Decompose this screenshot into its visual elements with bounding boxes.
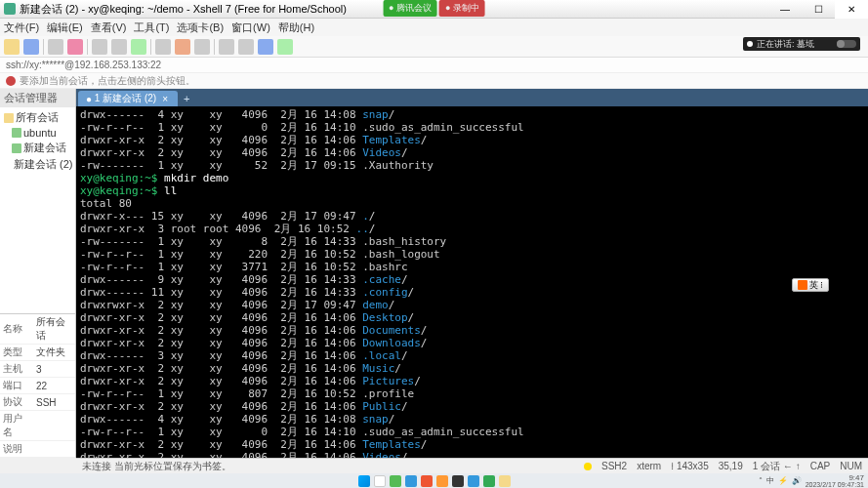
toolbar-key-icon[interactable] [238,39,254,55]
prop-name-label: 名称 [0,314,33,345]
windows-taskbar: ˄ 中 ⚡ 🔊 9:47 2023/2/17 09:47:31 [0,473,868,488]
toolbar-new-icon[interactable] [4,39,20,55]
speaker-label: 正在讲话: 墓坻 [757,38,814,51]
status-size: ⁞ 143x35 [671,461,709,471]
tree-root[interactable]: 所有会话 [2,109,73,126]
taskbar-app-icon[interactable] [452,475,464,487]
tray-time[interactable]: 9:47 [806,474,864,481]
toolbar [0,36,868,58]
prop-user-val [33,411,75,441]
terminal[interactable]: drwx------ 4 xy xy 4096 2月 16 14:08 snap… [76,106,868,458]
tree-root-label: 所有会话 [16,110,59,125]
toolbar-reconnect-icon[interactable] [48,39,63,55]
toolbar-help-icon[interactable] [277,39,293,55]
toolbar-copy-icon[interactable] [92,39,107,55]
window-title: 新建会话 (2) - xy@keqing: ~/demo - Xshell 7 … [20,2,347,17]
taskbar-app-icon[interactable] [390,475,401,487]
taskbar-app-icon[interactable] [483,475,495,487]
sidebar-title: 会话管理器 [0,89,75,107]
status-msg: 未连接 当前光标位置保存为书签。 [82,460,231,473]
toolbar-font-icon[interactable] [194,39,210,55]
minimize-button[interactable]: — [768,0,802,19]
hint-bar: 要添加当前会话，点击左侧的箭头按钮。 [0,73,868,89]
menu-file[interactable]: 文件(F) [4,20,39,35]
status-pos: 35,19 [719,461,743,471]
toolbar-properties-icon[interactable] [155,39,171,55]
search-icon[interactable] [374,475,386,487]
speaker-dot-icon [747,41,753,47]
taskbar-app-icon[interactable] [421,475,433,487]
toolbar-disconnect-icon[interactable] [67,39,83,55]
tray-vol-icon[interactable]: 🔊 [792,476,802,485]
taskbar-app-icon[interactable] [499,475,511,487]
tray-lang[interactable]: 中 [766,475,774,486]
ime-indicator[interactable]: 英 ⁝ [792,278,829,292]
tray-wifi-icon[interactable]: ⚡ [778,476,788,485]
tencent-meeting-pill[interactable]: ● 腾讯会议 [383,0,437,17]
menu-window[interactable]: 窗口(W) [231,20,270,35]
recording-pill[interactable]: ● 录制中 [439,0,485,17]
toolbar-open-icon[interactable] [23,39,39,55]
status-sessions: 1 会话 ← ↑ [753,460,801,473]
status-num: NUM [840,461,862,471]
session-icon [12,128,21,138]
statusbar: 未连接 当前光标位置保存为书签。 SSH2 xterm ⁞ 143x35 35,… [76,458,868,473]
prop-user-label: 用户名 [0,411,33,441]
close-button[interactable]: ✕ [835,0,868,19]
tree-label: 新建会话 [23,141,66,155]
tab-label: 1 新建会话 (2) [95,92,156,105]
status-bulb-icon [584,463,592,470]
menu-tabs[interactable]: 选项卡(B) [177,20,224,35]
toolbar-ftp-icon[interactable] [258,39,273,55]
speaker-toggle[interactable] [837,40,856,48]
address-bar[interactable]: ssh://xy:******@192.168.253.133:22 [0,58,868,73]
tray-date[interactable]: 2023/2/17 09:47:31 [806,481,864,488]
hint-text: 要添加当前会话，点击左侧的箭头按钮。 [20,74,195,88]
tab-add-button[interactable]: + [180,93,193,106]
menu-help[interactable]: 帮助(H) [278,20,314,35]
menu-view[interactable]: 查看(V) [91,20,127,35]
taskbar-app-icon[interactable] [468,475,479,487]
taskbar-app-icon[interactable] [436,475,448,487]
prop-port-val: 22 [33,378,75,394]
toolbar-user-icon[interactable] [219,39,234,55]
taskbar-app-icon[interactable] [405,475,417,487]
tray-chevron-icon[interactable]: ˄ [759,476,763,485]
prop-host-val: 3 [33,361,75,378]
prop-name-val: 所有会话 [33,314,75,345]
tree-label: 新建会话 (2) [14,157,73,172]
hint-icon [6,76,16,86]
status-proto: SSH2 [601,461,627,471]
prop-type-label: 类型 [0,345,33,361]
prop-type-val: 文件夹 [33,345,75,361]
prop-desc-val [33,441,75,458]
session-icon [12,143,21,153]
status-term: xterm [637,461,661,471]
prop-desc-label: 说明 [0,441,33,458]
tree-item-session1[interactable]: 新建会话 [2,140,73,156]
menu-edit[interactable]: 编辑(E) [47,20,83,35]
prop-proto-label: 协议 [0,394,33,411]
folder-icon [4,113,14,123]
speaker-indicator: 正在讲话: 墓坻 [743,37,860,51]
ime-label: 英 ⁝ [809,279,824,292]
tab-close-icon[interactable]: × [162,94,170,104]
toolbar-paste-icon[interactable] [111,39,127,55]
prop-port-label: 端口 [0,378,33,394]
terminal-tabrow: ● 1 新建会话 (2) × + [76,89,868,106]
toolbar-color-icon[interactable] [175,39,190,55]
tree-item-session2[interactable]: 新建会话 (2) [2,156,73,173]
start-icon[interactable] [358,475,370,487]
prop-proto-val: SSH [33,394,75,411]
status-cap: CAP [810,461,831,471]
tree-label: ubuntu [23,127,57,139]
prop-host-label: 主机 [0,361,33,378]
app-icon [4,3,16,15]
menu-tools[interactable]: 工具(T) [134,20,169,35]
maximize-button[interactable]: ☐ [802,0,835,19]
session-properties: 名称所有会话 类型文件夹 主机3 端口22 协议SSH 用户名 说明 [0,313,76,458]
toolbar-find-icon[interactable] [131,39,146,55]
sogou-icon [798,280,807,290]
terminal-tab[interactable]: ● 1 新建会话 (2) × [78,91,178,106]
tree-item-ubuntu[interactable]: ubuntu [2,126,73,140]
